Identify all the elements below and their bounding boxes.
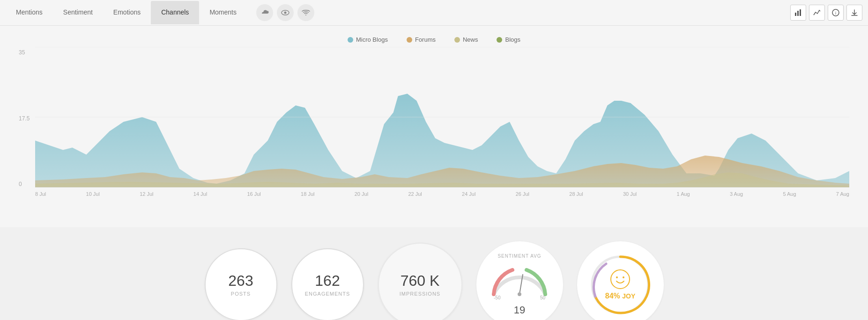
impressions-circle: 760 K IMPRESSIONS <box>378 243 462 320</box>
svg-point-15 <box>616 276 618 278</box>
x-label-4: 16 Jul <box>247 191 260 197</box>
download-icon-btn[interactable] <box>846 5 862 21</box>
stats-row: 263 POSTS 162 ENGAGEMENTS 760 K IMPRESSI… <box>0 227 868 320</box>
joy-value: 84% <box>605 292 620 300</box>
svg-rect-4 <box>797 11 799 16</box>
x-label-10: 28 Jul <box>569 191 583 197</box>
x-label-15: 7 Aug <box>836 191 849 197</box>
smiley-icon <box>610 269 630 289</box>
y-label-175: 17.5 <box>19 115 35 122</box>
tab-channels[interactable]: Channels <box>151 1 199 24</box>
info-icon-btn[interactable]: i <box>828 5 844 21</box>
legend-dot-forums <box>407 37 412 43</box>
gauge-svg <box>489 261 550 299</box>
eye-icon <box>281 9 289 16</box>
sentiment-gauge: SENTIMENT AVG -50 50 19 <box>476 241 563 320</box>
joy-circle: 84% JOY <box>577 241 664 320</box>
x-label-13: 3 Aug <box>730 191 743 197</box>
x-label-8: 24 Jul <box>462 191 475 197</box>
legend-dot-blogs <box>497 37 502 43</box>
x-label-7: 22 Jul <box>408 191 422 197</box>
joy-label: JOY <box>622 292 635 300</box>
x-label-12: 1 Aug <box>677 191 690 197</box>
bar-chart-icon <box>794 9 802 16</box>
engagements-circle: 162 ENGAGEMENTS <box>291 248 364 320</box>
posts-label: POSTS <box>231 291 251 297</box>
info-icon: i <box>832 9 839 16</box>
impressions-label: IMPRESSIONS <box>400 291 440 297</box>
top-right-actions: i <box>790 5 862 21</box>
x-label-9: 26 Jul <box>516 191 529 197</box>
tab-mentions[interactable]: Mentions <box>6 1 53 24</box>
sentiment-pos-label: 50 <box>540 295 545 300</box>
svg-point-2 <box>305 15 306 15</box>
engagements-label: ENGAGEMENTS <box>305 291 350 297</box>
svg-text:i: i <box>835 11 836 15</box>
top-nav: Mentions Sentiment Emotions Channels Mom… <box>0 0 868 26</box>
impressions-value: 760 K <box>401 273 440 289</box>
svg-point-1 <box>284 12 286 14</box>
bar-chart-icon-btn[interactable] <box>790 5 806 21</box>
nav-tabs: Mentions Sentiment Emotions Channels Mom… <box>6 1 247 24</box>
legend-item-microblogs: Micro Blogs <box>348 36 388 43</box>
legend-label-microblogs: Micro Blogs <box>356 36 388 43</box>
y-label-0: 0 <box>19 181 35 187</box>
chart-area: Micro Blogs Forums News Blogs 35 17.5 0 <box>0 26 868 227</box>
download-icon <box>851 9 858 16</box>
wifi-icon-btn[interactable] <box>297 4 314 21</box>
y-label-35: 35 <box>19 49 35 56</box>
cloud-icon-btn[interactable] <box>256 4 273 21</box>
line-chart-icon <box>813 9 821 16</box>
chart-legend: Micro Blogs Forums News Blogs <box>19 30 849 47</box>
x-label-5: 18 Jul <box>301 191 314 197</box>
area-chart-svg <box>35 47 849 187</box>
tab-sentiment[interactable]: Sentiment <box>53 1 103 24</box>
engagements-value: 162 <box>315 273 340 289</box>
x-label-1: 10 Jul <box>86 191 100 197</box>
sentiment-value: 19 <box>514 304 525 316</box>
svg-point-16 <box>623 276 624 278</box>
tab-moments[interactable]: Moments <box>199 1 247 24</box>
legend-label-news: News <box>463 36 478 43</box>
legend-dot-news <box>454 37 460 43</box>
x-label-3: 14 Jul <box>193 191 207 197</box>
wifi-icon <box>302 9 310 16</box>
line-chart-icon-btn[interactable] <box>809 5 825 21</box>
x-label-14: 5 Aug <box>783 191 796 197</box>
svg-rect-3 <box>795 13 796 16</box>
sentiment-neg-label: -50 <box>494 295 500 300</box>
posts-value: 263 <box>228 273 253 289</box>
legend-label-blogs: Blogs <box>505 36 520 43</box>
legend-dot-microblogs <box>348 37 353 43</box>
legend-item-forums: Forums <box>407 36 436 43</box>
x-label-2: 12 Jul <box>140 191 153 197</box>
sentiment-title: SENTIMENT AVG <box>497 253 541 259</box>
x-label-6: 20 Jul <box>355 191 368 197</box>
svg-point-14 <box>611 270 630 289</box>
nav-icon-group <box>256 4 314 21</box>
x-label-0: 8 Jul <box>35 191 46 197</box>
posts-circle: 263 POSTS <box>205 248 277 320</box>
svg-rect-5 <box>800 9 801 16</box>
legend-item-news: News <box>454 36 478 43</box>
legend-item-blogs: Blogs <box>497 36 520 43</box>
legend-label-forums: Forums <box>415 36 436 43</box>
tab-emotions[interactable]: Emotions <box>103 1 151 24</box>
x-label-11: 30 Jul <box>623 191 637 197</box>
cloud-icon <box>260 9 269 16</box>
eye-icon-btn[interactable] <box>277 4 294 21</box>
